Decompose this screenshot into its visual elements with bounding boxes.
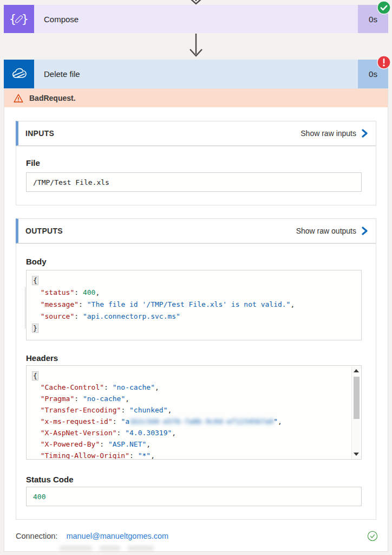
body-label: Body	[26, 257, 47, 266]
file-field-value[interactable]: /TMP/Test File.xls	[26, 172, 362, 192]
delete-file-action-card[interactable]: Delete file 0s	[4, 60, 388, 88]
scrollbar[interactable]	[351, 366, 361, 459]
flow-run-view: {} Compose 0s Delete file 0s	[0, 0, 392, 555]
chevron-right-icon	[361, 129, 368, 138]
scroll-down-button[interactable]	[352, 450, 361, 459]
success-check-badge-icon	[377, 1, 391, 15]
headers-label: Headers	[26, 353, 58, 363]
redacted-smudge	[60, 546, 168, 551]
outputs-section-header[interactable]: OUTPUTS Show raw outputs	[16, 218, 376, 243]
body-json-box: { "status": 400, "message": "The file id…	[26, 270, 362, 340]
file-field-label: File	[26, 158, 40, 167]
show-raw-inputs-label: Show raw inputs	[300, 129, 356, 138]
status-code-label: Status Code	[26, 475, 74, 484]
run-details-card: BadRequest. INPUTS Show raw inputs File …	[4, 88, 388, 552]
warning-triangle-icon	[13, 93, 24, 104]
show-raw-outputs-label: Show raw outputs	[296, 227, 356, 235]
inputs-title: INPUTS	[25, 129, 54, 138]
compose-title: Compose	[34, 5, 358, 33]
onedrive-cloud-icon	[4, 60, 34, 88]
scroll-up-button[interactable]	[352, 366, 361, 375]
error-message: BadRequest.	[29, 94, 76, 102]
chevron-right-icon	[361, 227, 368, 235]
status-code-value: 400	[26, 487, 362, 506]
outputs-panel: Body { "status": 400, "message": "The fi…	[16, 243, 376, 520]
connection-row: Connection: manuel@manueltgomes.com	[16, 529, 378, 543]
inputs-section-header[interactable]: INPUTS Show raw inputs	[16, 121, 376, 146]
scrollbar-track[interactable]	[354, 375, 360, 450]
show-raw-inputs-link[interactable]: Show raw inputs	[300, 129, 368, 138]
inputs-panel: File /TMP/Test File.xls	[16, 146, 376, 205]
error-exclamation-badge-icon	[377, 55, 391, 69]
flow-arrow-icon	[188, 34, 204, 59]
connection-label: Connection:	[16, 532, 57, 540]
delete-file-title: Delete file	[34, 60, 358, 88]
scrollbar-thumb[interactable]	[354, 377, 360, 419]
headers-json-box[interactable]: { "Cache-Control": "no-cache", "Pragma":…	[26, 365, 362, 460]
connection-valid-check-icon	[367, 531, 378, 541]
connection-email-link[interactable]: manuel@manueltgomes.com	[66, 532, 168, 540]
outputs-title: OUTPUTS	[25, 227, 63, 235]
show-raw-outputs-link[interactable]: Show raw outputs	[296, 227, 368, 235]
compose-action-card[interactable]: {} Compose 0s	[4, 5, 388, 33]
indent-guide	[25, 287, 25, 328]
compose-icon: {}	[4, 5, 34, 33]
error-banner: BadRequest.	[4, 89, 388, 107]
flow-arrow-top	[188, 0, 204, 5]
